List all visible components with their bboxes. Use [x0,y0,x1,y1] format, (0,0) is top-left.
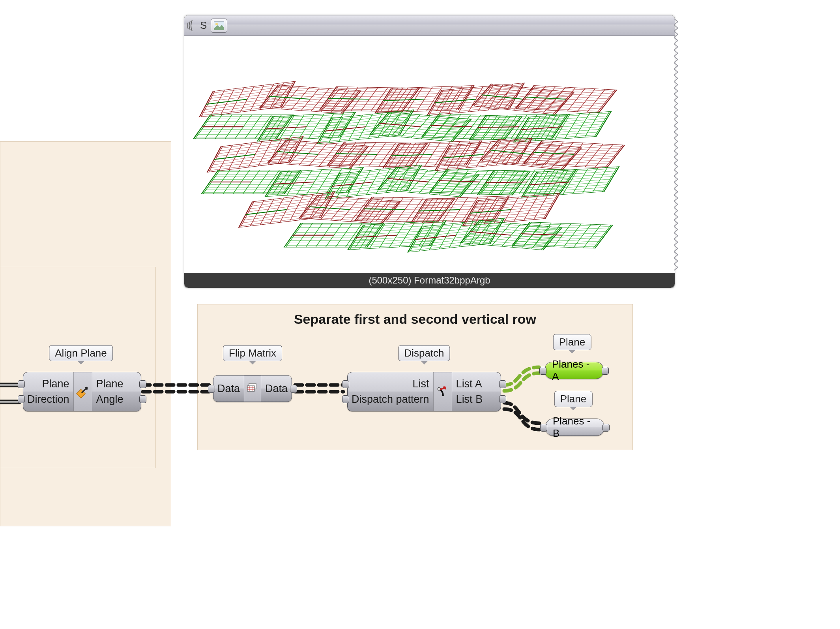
port-out-data[interactable] [290,385,297,393]
port-out-angle[interactable] [139,395,146,403]
flip-matrix-icon [244,376,261,402]
input-label: List [352,378,429,390]
label-dispatch: Dispatch [398,345,450,361]
port-out-planes-b[interactable] [602,424,610,432]
param-planes-b[interactable]: Planes - B [545,419,604,436]
input-label: Direction [27,393,69,406]
port-in-pattern[interactable] [342,395,349,403]
node-flip-matrix[interactable]: Data Data [213,375,292,402]
viewer-title-badge: S [200,19,207,32]
dispatch-icon [433,372,452,411]
output-label: Plane [96,378,137,390]
output-label: List B [456,393,497,406]
group-title: Separate first and second vertical row [198,312,632,327]
port-in-direction[interactable] [18,395,25,403]
port-in-planes-a[interactable] [539,367,546,375]
param-label: Planes - A [552,358,596,383]
align-plane-icon [73,372,92,411]
port-out-planes-a[interactable] [602,367,609,375]
label-flip-matrix: Flip Matrix [223,345,282,361]
node-align-plane[interactable]: Plane Direction Plane Angle [23,372,141,411]
viewer-canvas [184,36,675,273]
label-plane-a: Plane [553,334,591,350]
svg-rect-2 [247,386,254,391]
label-align-plane: Align Plane [49,345,113,361]
node-dispatch[interactable]: List Dispatch pattern List A List B [347,372,501,411]
port-in-plane[interactable] [18,380,25,388]
port-in-planes-b[interactable] [540,424,547,432]
input-label: Dispatch pattern [352,393,429,406]
param-planes-a[interactable]: Planes - A [544,362,604,379]
sound-wave-icon [187,19,195,32]
label-plane-b: Plane [554,391,593,407]
param-label: Planes - B [553,415,597,439]
port-out-list-b[interactable] [499,395,506,403]
output-label: List A [456,378,497,390]
viewer-status-bar: (500x250) Format32bppArgb [184,273,675,288]
port-in-data[interactable] [208,385,215,393]
input-label: Plane [27,378,69,390]
output-label: Data [265,383,288,395]
viewer-titlebar[interactable]: S [184,15,675,36]
port-out-list-a[interactable] [499,380,506,388]
image-viewer[interactable]: S (500x250) Format32bppArgb [184,15,675,288]
image-thumb-icon [211,19,227,33]
port-out-plane[interactable] [139,380,146,388]
group-panel-align [0,267,156,468]
port-in-list[interactable] [342,380,349,388]
input-label: Data [217,383,240,395]
output-label: Angle [96,393,137,406]
svg-point-9 [215,23,218,25]
